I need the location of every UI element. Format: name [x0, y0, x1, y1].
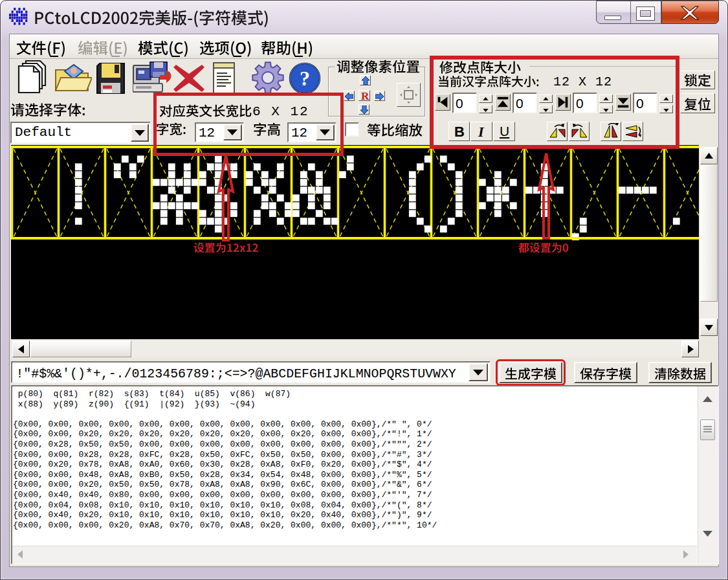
svg-text:?: ? [300, 67, 310, 90]
